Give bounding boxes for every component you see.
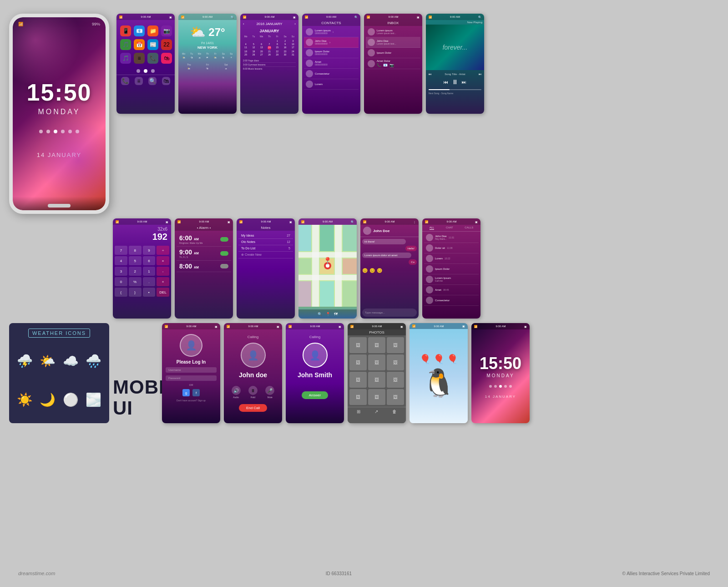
app-icon-12[interactable]: 🛍	[161, 53, 172, 64]
calc-4[interactable]: 4	[115, 256, 127, 265]
app-icon-11[interactable]: 📞	[147, 53, 158, 64]
calc-dot[interactable]: .	[143, 277, 156, 286]
hold-btn[interactable]: ⏸	[248, 386, 258, 395]
photo-8[interactable]: 🖼	[368, 372, 385, 388]
end-call-btn[interactable]: End Call	[239, 404, 267, 412]
inbox-item-3[interactable]: Ipsum Dolor	[366, 48, 420, 58]
audio-btn[interactable]: 🔊	[232, 386, 241, 395]
photo-9[interactable]: 🖼	[387, 372, 404, 388]
chat-list-item-3[interactable]: Lorem 10:22	[424, 253, 479, 264]
app-icon-7[interactable]: 📰	[147, 39, 158, 50]
map-layers-icon[interactable]: 🗺	[334, 312, 338, 316]
contact-item-2[interactable]: John Doe0000000000 ›	[304, 37, 359, 48]
photo-4[interactable]: 🖼	[349, 354, 367, 370]
prev-btn[interactable]: ⏮	[429, 73, 431, 76]
photo-10[interactable]: 🖼	[349, 389, 367, 405]
app-icon-1[interactable]: 📱	[120, 25, 131, 36]
contact-item-1[interactable]: Lorem ipsum0000000000 ›	[304, 27, 359, 37]
username-input[interactable]: Username	[166, 367, 217, 373]
photos-delete[interactable]: 🗑	[392, 409, 397, 414]
google-login[interactable]: g	[182, 389, 190, 396]
contact-item-6[interactable]: Lorem	[304, 79, 359, 90]
alarm-item-3[interactable]: 8:00 AM	[177, 261, 231, 272]
dock-icon-2[interactable]: ≡	[135, 77, 143, 85]
chat-list-item-2[interactable]: Dolor sit 11:08	[424, 243, 479, 253]
calc-8[interactable]: 8	[129, 246, 142, 255]
next-btn[interactable]: ⏭	[479, 73, 481, 76]
chat-input[interactable]: Type message...	[362, 309, 417, 317]
photo-1[interactable]: 🖼	[349, 337, 367, 353]
calc-del[interactable]: DEL	[157, 288, 169, 297]
calc-3[interactable]: 3	[115, 267, 127, 276]
pause-btn[interactable]: ⏸	[452, 78, 458, 86]
calc-pct[interactable]: %	[129, 277, 142, 286]
chat-list-item-4[interactable]: Ipsum Dolor	[424, 264, 479, 274]
calc-sub-btn[interactable]: -	[157, 267, 169, 276]
tab-chat[interactable]: CHAT	[446, 226, 453, 230]
calc-5[interactable]: 5	[129, 256, 142, 265]
calc-rbrace[interactable]: }	[129, 288, 142, 297]
dock-icon-3[interactable]: 🔍	[148, 77, 157, 85]
cal-next[interactable]: ›	[294, 22, 296, 26]
app-icon-3[interactable]: 📁	[147, 25, 158, 36]
home-button[interactable]	[48, 204, 71, 207]
note-item-4[interactable]: ⊕ Create New	[238, 252, 293, 258]
inbox-item-4[interactable]: Amet Dolor 📞 📧 📷	[366, 58, 420, 69]
calc-1[interactable]: 1	[143, 267, 156, 276]
calc-7[interactable]: 7	[115, 246, 127, 255]
skip-prev[interactable]: ⏮	[444, 80, 448, 85]
calc-lbrace[interactable]: {	[115, 288, 127, 297]
chat-list-item-1[interactable]: John DoeHey there... 11:31	[424, 233, 479, 243]
calc-9[interactable]: 9	[143, 246, 156, 255]
cal-prev[interactable]: ‹	[243, 22, 244, 26]
mute-btn[interactable]: 🎤	[265, 386, 274, 395]
photo-12[interactable]: 🖼	[387, 389, 404, 405]
app-icon-2[interactable]: 📧	[134, 25, 145, 36]
app-icon-5[interactable]: 🎵	[120, 39, 131, 50]
alarm-item-2[interactable]: 9:00 AM Th, Fr, S	[177, 247, 231, 261]
skip-next[interactable]: ⏭	[462, 80, 466, 85]
dock-icon-1[interactable]: 📞	[121, 77, 129, 85]
chat-list-item-5[interactable]: Lorem Ipsum Call me	[424, 274, 479, 285]
photo-3[interactable]: 🖼	[387, 337, 404, 353]
contact-item-4[interactable]: Amet0000000000	[304, 58, 359, 69]
contact-item-5[interactable]: Consectetur	[304, 69, 359, 79]
note-item-2[interactable]: Otc Notes 12	[238, 239, 293, 245]
photos-share[interactable]: ↗	[374, 409, 378, 414]
contact-item-3[interactable]: Ipsum Dolor0000000000	[304, 48, 359, 58]
calc-div[interactable]: ÷	[157, 246, 169, 255]
chat-list-item-7[interactable]: Consectetur	[424, 295, 479, 306]
photo-2[interactable]: 🖼	[368, 337, 385, 353]
calc-dot2[interactable]: ▪	[143, 288, 156, 297]
calc-2[interactable]: 2	[129, 267, 142, 276]
map-search-icon[interactable]: 🔍	[318, 312, 322, 316]
note-item-1[interactable]: My Ideas 27	[238, 233, 293, 239]
map-area[interactable]: 📍	[298, 225, 357, 309]
photo-6[interactable]: 🖼	[387, 354, 404, 370]
app-icon-8[interactable]: 22	[161, 39, 172, 50]
photo-11[interactable]: 🖼	[368, 389, 385, 405]
photos-grid-view[interactable]: ⊞	[357, 409, 360, 414]
dock-icon-4[interactable]: 🛍	[162, 77, 170, 85]
inbox-item-2[interactable]: John DoeLorem ipsum text...	[366, 37, 420, 48]
app-icon-4[interactable]: 📷	[161, 25, 172, 36]
photo-5[interactable]: 🖼	[368, 354, 385, 370]
app-icon-9[interactable]: 🎵	[120, 53, 131, 64]
alarm-toggle-3[interactable]	[220, 264, 228, 268]
calc-6[interactable]: 6	[143, 256, 156, 265]
chat-list-item-6[interactable]: Amet 08:45	[424, 285, 479, 295]
alarm-item-1[interactable]: 6:00 AM Ringtone: Wake Up Me	[177, 233, 231, 247]
map-location-icon[interactable]: 📍	[326, 312, 330, 316]
inbox-item-1[interactable]: Lorem ipsumLorem ipsum text...	[366, 27, 420, 37]
note-item-3[interactable]: To Do List 5	[238, 245, 293, 252]
progress-bar[interactable]	[429, 89, 481, 90]
calc-mul[interactable]: ×	[157, 256, 169, 265]
alarm-toggle-2[interactable]	[220, 251, 228, 256]
calc-add[interactable]: +	[157, 277, 169, 286]
app-icon-6[interactable]: 📅	[134, 39, 145, 50]
tab-all[interactable]: ALL	[430, 226, 435, 230]
app-icon-10[interactable]: ≡	[134, 53, 145, 64]
photo-7[interactable]: 🖼	[349, 372, 367, 388]
answer-btn[interactable]: Answer	[302, 391, 329, 399]
alarm-toggle-1[interactable]	[220, 237, 228, 242]
